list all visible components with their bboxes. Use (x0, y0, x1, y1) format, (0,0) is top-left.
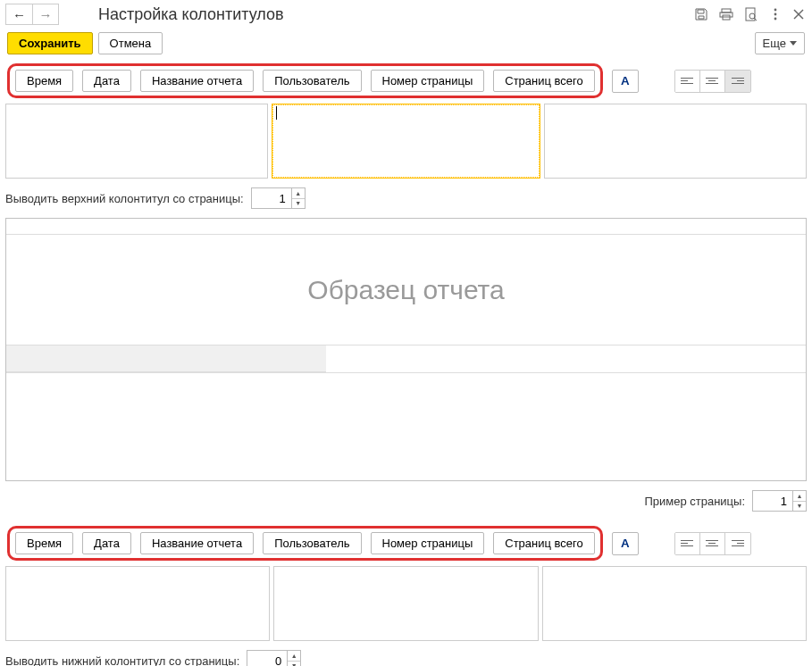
spinner-down-icon[interactable]: ▼ (288, 662, 300, 667)
align-center-button-footer[interactable] (700, 533, 725, 554)
header-left-pane[interactable] (5, 104, 268, 179)
insert-report-name-button-footer[interactable]: Название отчета (140, 532, 254, 554)
svg-point-7 (774, 13, 777, 16)
save-button[interactable]: Сохранить (7, 32, 93, 54)
spinner-up-icon[interactable]: ▲ (288, 651, 300, 662)
align-left-button[interactable] (675, 71, 700, 92)
align-right-button-footer[interactable] (725, 533, 750, 554)
nav-back-button[interactable]: ← (5, 4, 32, 25)
header-page-spinner[interactable]: ▲ ▼ (251, 187, 306, 209)
footer-center-pane[interactable] (273, 566, 538, 641)
page-title: Настройка колонтитулов (98, 5, 689, 24)
spinner-up-icon[interactable]: ▲ (793, 491, 806, 502)
spinner-down-icon[interactable]: ▼ (292, 199, 305, 209)
font-button-footer[interactable]: A (612, 532, 639, 555)
footer-insert-group: Время Дата Название отчета Пользователь … (7, 526, 603, 561)
sample-report-label: Образец отчета (6, 235, 806, 345)
chevron-down-icon (790, 41, 797, 46)
print-icon[interactable] (719, 7, 733, 21)
insert-date-button[interactable]: Дата (82, 70, 131, 92)
footer-page-spinner[interactable]: ▲ ▼ (247, 650, 301, 666)
align-left-button-footer[interactable] (675, 533, 700, 554)
save-icon[interactable] (694, 7, 708, 21)
font-button[interactable]: A (612, 70, 639, 93)
sample-page-spinner[interactable]: ▲ ▼ (752, 490, 807, 512)
insert-time-button[interactable]: Время (15, 70, 73, 92)
insert-page-number-button-footer[interactable]: Номер страницы (371, 532, 485, 554)
cancel-button[interactable]: Отмена (98, 32, 163, 54)
sample-page-label: Пример страницы: (644, 495, 745, 508)
spinner-down-icon[interactable]: ▼ (793, 502, 806, 512)
header-page-label: Выводить верхний колонтитул со страницы: (5, 192, 244, 205)
align-center-button[interactable] (700, 71, 725, 92)
insert-time-button-footer[interactable]: Время (15, 532, 73, 554)
align-group-header (674, 70, 751, 93)
svg-point-6 (774, 9, 777, 12)
insert-date-button-footer[interactable]: Дата (82, 532, 131, 554)
align-right-button[interactable] (725, 71, 750, 92)
insert-page-number-button[interactable]: Номер страницы (371, 70, 485, 92)
footer-page-input[interactable] (247, 651, 287, 666)
insert-user-button[interactable]: Пользователь (263, 70, 361, 92)
header-center-pane[interactable] (272, 104, 541, 179)
preview-icon[interactable] (744, 7, 758, 21)
insert-pages-total-button[interactable]: Страниц всего (493, 70, 594, 92)
spinner-up-icon[interactable]: ▲ (292, 188, 305, 199)
close-icon[interactable] (792, 8, 805, 21)
footer-left-pane[interactable] (5, 566, 270, 641)
sample-report-area: Образец отчета (5, 218, 807, 481)
header-insert-group: Время Дата Название отчета Пользователь … (7, 63, 603, 98)
footer-right-pane[interactable] (542, 566, 807, 641)
insert-pages-total-button-footer[interactable]: Страниц всего (493, 532, 594, 554)
footer-page-label: Выводить нижний колонтитул со страницы: (5, 654, 239, 667)
svg-point-8 (774, 18, 777, 21)
header-page-input[interactable] (252, 188, 291, 208)
align-group-footer (674, 532, 751, 555)
nav-forward-button[interactable]: → (32, 4, 59, 25)
svg-rect-0 (722, 9, 731, 12)
more-vert-icon[interactable] (769, 7, 782, 21)
sample-page-input[interactable] (753, 491, 792, 511)
insert-user-button-footer[interactable]: Пользователь (263, 532, 361, 554)
header-right-pane[interactable] (544, 104, 807, 179)
insert-report-name-button[interactable]: Название отчета (140, 70, 254, 92)
more-button[interactable]: Еще (755, 32, 805, 54)
